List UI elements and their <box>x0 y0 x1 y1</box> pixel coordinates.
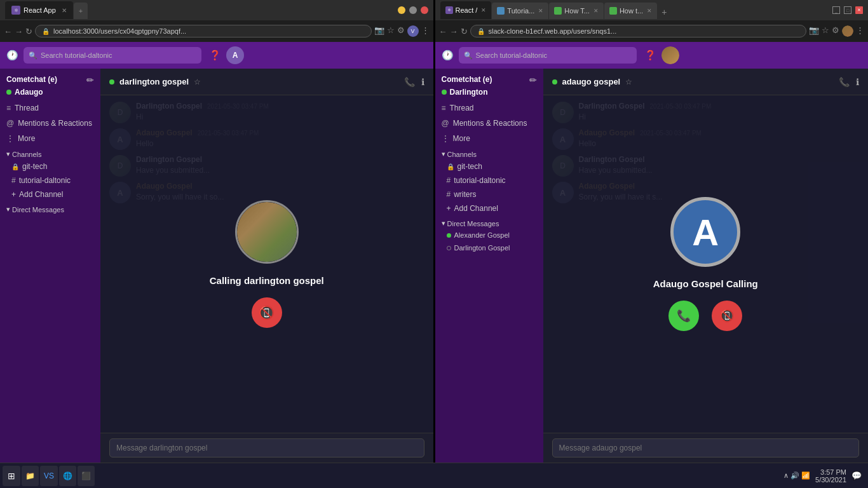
right-online-dot <box>442 90 447 95</box>
right-menu-icon[interactable]: ⋮ <box>856 25 864 37</box>
left-new-tab[interactable]: + <box>74 3 88 19</box>
profile-icon-left[interactable]: V <box>407 25 419 37</box>
right-thread-label: Thread <box>450 104 474 112</box>
right-star-fav-icon[interactable]: ☆ <box>625 78 632 86</box>
right-phone-icon[interactable]: 📞 <box>839 77 850 87</box>
hash-icon: # <box>11 176 16 185</box>
left-channel-tutorial[interactable]: # tutorial-daltonic <box>0 173 100 187</box>
right-user-avatar[interactable] <box>661 46 679 64</box>
caller-letter: A <box>692 211 719 254</box>
terminal-icon: ⬛ <box>81 471 91 480</box>
right-profile-icon[interactable] <box>842 25 853 37</box>
right-info-icon[interactable]: ℹ <box>856 77 859 87</box>
right-tab-1-close[interactable]: ✕ <box>481 7 486 13</box>
lock-icon: 🔒 <box>42 28 50 35</box>
tutorial-tab-icon <box>497 7 505 15</box>
minimize-btn[interactable] <box>398 6 405 14</box>
right-mentions-item[interactable]: @ Mentions & Reactions <box>435 116 543 131</box>
start-btn[interactable]: ⊞ <box>3 466 20 486</box>
left-decline-btn[interactable]: 📵 <box>252 297 282 328</box>
right-help-icon[interactable]: ❓ <box>644 50 656 61</box>
left-search-box[interactable]: 🔍 Search tutorial-daltonic <box>24 47 201 64</box>
right-channels-label: Channels <box>447 151 477 158</box>
right-tab-2[interactable]: Tutoria... ✕ <box>492 3 548 19</box>
notification-icon[interactable]: 💬 <box>851 471 862 480</box>
right-search-box[interactable]: 🔍 Search tutorial-daltonic <box>459 47 637 64</box>
right-accept-btn[interactable]: 📞 <box>668 301 699 331</box>
right-tab-4[interactable]: How t... ✕ <box>604 3 657 19</box>
right-input-bar <box>543 433 869 463</box>
chrome-btn[interactable]: 🌐 <box>59 466 76 486</box>
back-btn[interactable]: ← <box>4 27 12 36</box>
right-tab-1[interactable]: ⚛ React / ✕ <box>440 1 492 19</box>
menu-icon[interactable]: ⋮ <box>421 25 430 37</box>
right-minimize-btn[interactable]: _ <box>832 6 840 14</box>
left-add-channel[interactable]: + Add Channel <box>0 187 100 201</box>
right-clock-icon[interactable]: 🕐 <box>442 50 454 61</box>
right-channel-writers[interactable]: # writers <box>435 187 543 201</box>
right-channel-gittech[interactable]: 🔒 git-tech <box>435 159 543 173</box>
right-channel-tutorial[interactable]: # tutorial-daltonic <box>435 173 543 187</box>
right-message-input[interactable] <box>552 438 860 458</box>
left-edit-icon[interactable]: ✏ <box>86 75 94 85</box>
left-channels-section[interactable]: ▾ Channels <box>0 146 100 159</box>
screen-share-icon[interactable]: 📷 <box>374 25 384 37</box>
left-user-avatar[interactable]: A <box>226 46 244 64</box>
right-decline-btn[interactable]: 📵 <box>712 301 742 331</box>
right-address-field[interactable]: 🔒 slack-clone-b1ecf.web.app/users/snqs1.… <box>470 25 807 37</box>
right-add-channel[interactable]: + Add Channel <box>435 201 543 215</box>
right-star-icon[interactable]: ☆ <box>822 25 829 37</box>
left-clock-icon[interactable]: 🕐 <box>6 50 18 61</box>
sidebar-more-item[interactable]: ⋮ More <box>0 131 100 146</box>
lock-channel-icon: 🔒 <box>11 163 19 170</box>
right-react-icon: ⚛ <box>445 6 453 14</box>
close-btn[interactable] <box>421 6 428 14</box>
phone-icon[interactable]: 📞 <box>404 77 415 87</box>
taskbar: ⊞ 📁 VS 🌐 ⬛ ∧ 🔊 📶 3:57 PM 5/30/2021 💬 <box>0 463 868 488</box>
right-thread-item[interactable]: ≡ Thread <box>435 100 543 116</box>
left-tab-active[interactable]: ⚛ React App ✕ <box>5 1 73 19</box>
right-tab-3[interactable]: How T... ✕ <box>549 3 604 19</box>
star-fav-icon[interactable]: ☆ <box>194 78 201 86</box>
left-channel-gittech[interactable]: 🔒 git-tech <box>0 159 100 173</box>
dm-arrow: ▾ <box>6 205 10 214</box>
right-dm-alexander[interactable]: Alexander Gospel <box>435 229 543 241</box>
left-dm-section[interactable]: ▾ Direct Messages <box>0 201 100 215</box>
right-refresh-btn[interactable]: ↻ <box>461 27 468 36</box>
right-close-btn[interactable]: ✕ <box>855 6 863 14</box>
left-sidebar-title: Cometchat (e) <box>6 75 57 85</box>
right-extensions-icon[interactable]: ⚙ <box>832 25 839 37</box>
file-explorer-btn[interactable]: 📁 <box>22 466 39 486</box>
right-dm-darlington[interactable]: Darlington Gospel <box>435 241 543 254</box>
right-tab-3-close[interactable]: ✕ <box>593 8 599 14</box>
right-screen-icon[interactable]: 📷 <box>809 25 819 37</box>
left-win-controls <box>398 6 428 14</box>
refresh-btn[interactable]: ↻ <box>25 27 32 36</box>
left-help-icon[interactable]: ❓ <box>209 50 221 61</box>
right-dm-section[interactable]: ▾ Direct Messages <box>435 215 543 229</box>
left-url: localhost:3000/users/cx04qptgpny73apqf..… <box>53 27 186 35</box>
right-edit-icon[interactable]: ✏ <box>529 75 537 85</box>
right-more-item[interactable]: ⋮ More <box>435 131 543 146</box>
right-new-tab[interactable]: + <box>658 5 670 19</box>
left-tab-close[interactable]: ✕ <box>62 7 67 14</box>
left-chat: darlington gospel ☆ 📞 ℹ D <box>100 69 433 463</box>
right-back-btn[interactable]: ← <box>439 27 447 36</box>
right-forward-btn[interactable]: → <box>450 27 458 36</box>
right-maximize-btn[interactable]: □ <box>844 6 851 14</box>
vscode-btn[interactable]: VS <box>40 466 58 486</box>
left-tab-label: React App <box>24 6 56 14</box>
right-tab-4-close[interactable]: ✕ <box>647 8 652 14</box>
terminal-btn[interactable]: ⬛ <box>78 466 95 486</box>
maximize-btn[interactable] <box>409 6 417 14</box>
right-channels-section[interactable]: ▾ Channels <box>435 146 543 159</box>
info-icon[interactable]: ℹ <box>421 77 424 87</box>
sidebar-mentions-item[interactable]: @ Mentions & Reactions <box>0 116 100 131</box>
left-address-field[interactable]: 🔒 localhost:3000/users/cx04qptgpny73apqf… <box>35 25 372 37</box>
star-icon[interactable]: ☆ <box>387 25 395 37</box>
forward-btn[interactable]: → <box>15 27 23 36</box>
left-message-input[interactable] <box>109 438 424 458</box>
sidebar-thread-item[interactable]: ≡ Thread <box>0 100 100 116</box>
right-tab-2-close[interactable]: ✕ <box>538 8 543 14</box>
extensions-icon[interactable]: ⚙ <box>397 25 405 37</box>
